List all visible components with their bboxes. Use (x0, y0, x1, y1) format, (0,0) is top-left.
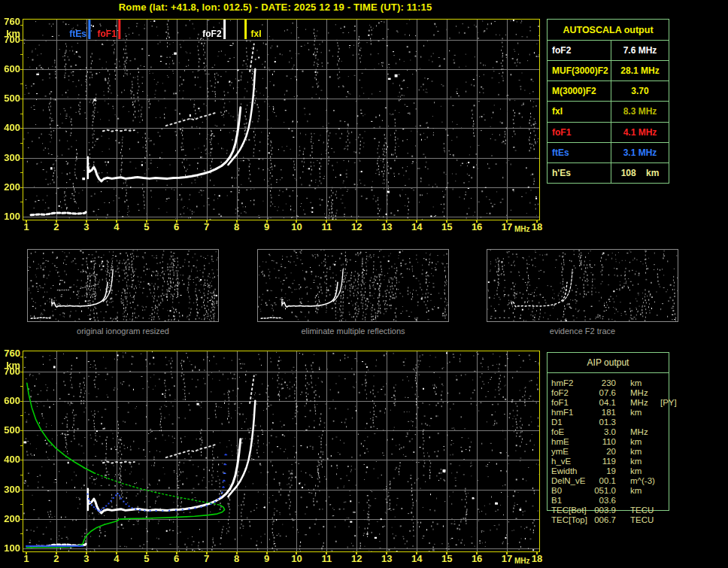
aip-row-B0: B0051.0km (547, 485, 669, 495)
y-axis-tickmark (20, 143, 23, 144)
y-axis-tickmark (20, 69, 23, 70)
y-axis-tickmark (20, 504, 23, 505)
y-axis-unit-label: km (0, 29, 20, 38)
x-tick-label: 8 (228, 222, 246, 232)
y-tick-label: 400 (0, 454, 20, 464)
autoscala-row-label: M(3000)F2 (548, 81, 611, 101)
autoscala-row-h'Es: h'Es108 km (548, 163, 669, 183)
y-tick-label: 760 (0, 348, 20, 358)
aip-unit: km (630, 447, 660, 456)
autoscala-row-label: MUF(3000)F2 (548, 61, 611, 80)
aip-label: TEC[Bot] (547, 506, 593, 515)
aip-value: 00.1 (593, 476, 616, 485)
x-axis-tickmark (326, 551, 327, 554)
x-tick-label: 17 (498, 222, 516, 232)
thumbnail-caption-original: original ionogram resized (27, 327, 219, 336)
autoscala-row-value: 4.1 MHz (611, 123, 669, 142)
autoscala-row-label: foF2 (548, 41, 611, 60)
x-axis-tickmark (56, 220, 57, 223)
y-tick-label: 200 (0, 182, 20, 192)
y-axis-tickmark (20, 187, 23, 188)
x-axis-tickmark (116, 220, 117, 223)
x-axis-tickmark (356, 220, 357, 223)
x-tick-label: 15 (438, 222, 456, 232)
autoscala-row-MUF(3000)F2: MUF(3000)F228.1 MHz (548, 60, 669, 80)
autoscala-row-value: 3.70 (611, 81, 669, 101)
x-tick-label: 6 (168, 222, 186, 232)
x-tick-label: 7 (198, 554, 216, 563)
autoscala-row-value: 8.3 MHz (611, 102, 669, 121)
aip-value: 07.6 (593, 388, 616, 397)
x-tick-label: 10 (287, 222, 305, 232)
aip-label: hmF2 (547, 378, 593, 387)
x-axis-tickmark (506, 220, 508, 223)
y-tick-label: 200 (0, 514, 20, 524)
x-axis-tickmark (206, 551, 208, 554)
x-tick-label: 5 (138, 222, 156, 232)
x-tick-label: 16 (468, 222, 486, 232)
autoscala-row-fxI: fxI8.3 MHz (548, 101, 669, 121)
aip-label: foE (547, 427, 593, 436)
x-tick-label: 10 (287, 554, 305, 563)
ionogram-canvas-top (23, 20, 539, 220)
aip-row-Ewidth: Ewidth19km (547, 466, 669, 475)
x-tick-label: 11 (317, 554, 335, 563)
y-axis-tickmark (20, 202, 23, 202)
x-tick-label: 14 (408, 222, 426, 232)
aip-unit: km (630, 408, 660, 417)
x-axis-unit-label: MHz (514, 225, 530, 233)
autoscala-row-value: 3.1 MHz (611, 143, 669, 163)
x-axis-tickmark (506, 551, 508, 554)
marker-label-foF2: foF2 (183, 29, 222, 39)
aip-value: 110 (593, 437, 616, 446)
x-tick-label: 4 (108, 222, 126, 232)
x-axis-tickmark (386, 551, 387, 554)
x-axis-tickmark (176, 220, 177, 223)
x-tick-label: 9 (258, 554, 276, 563)
x-tick-label: 2 (47, 554, 65, 563)
autoscala-row-label: foF1 (548, 123, 611, 142)
aip-value: 20 (593, 447, 616, 456)
x-axis-tickmark (266, 220, 268, 223)
y-axis-tickmark (20, 415, 23, 416)
aip-unit: km (630, 378, 660, 387)
x-tick-label: 15 (438, 554, 456, 563)
x-axis-tickmark (86, 220, 87, 223)
aip-row-foE: foE3.0MHz (547, 427, 669, 436)
aip-row-ymE: ymE20km (547, 446, 669, 456)
thumbnail-original-ionogram (27, 249, 219, 322)
aip-row-D1: D101.3 (547, 417, 669, 427)
x-tick-label: 12 (347, 554, 366, 563)
y-axis-tickmark (20, 386, 23, 387)
thumbnail-canvas-eliminate (258, 250, 448, 321)
y-axis-tickmark (20, 445, 23, 446)
marker-label-foF1: foF1 (77, 29, 117, 39)
autoscala-row-label: ftEs (548, 143, 611, 163)
marker-label-fxI: fxI (251, 29, 290, 39)
x-axis-tickmark (86, 551, 87, 554)
x-tick-label: 6 (168, 554, 186, 563)
y-tick-label: 600 (0, 64, 20, 74)
aip-label: Ewidth (547, 466, 593, 475)
aip-row-B1: B103.6 (547, 495, 669, 505)
aip-header: AIP output (548, 353, 669, 373)
aip-value: 051.0 (593, 486, 616, 495)
y-axis-tickmark (20, 372, 23, 372)
x-tick-label: 14 (408, 554, 426, 563)
aip-row-DelN_vE: DelN_vE00.1m^(-3) (547, 475, 669, 485)
aip-label: B1 (547, 496, 593, 505)
autoscala-row-label: fxI (548, 102, 611, 121)
aip-note: [PY] (660, 398, 677, 407)
x-axis-unit-label: MHz (514, 557, 530, 565)
y-axis-tickmark (20, 84, 23, 84)
x-tick-label: 3 (77, 554, 96, 563)
x-tick-label: 18 (528, 554, 546, 563)
x-axis-tickmark (266, 551, 268, 554)
aip-value: 3.0 (593, 427, 616, 436)
y-axis-tickmark (20, 54, 23, 55)
y-axis-tickmark (20, 40, 23, 41)
aip-unit: MHz (630, 427, 660, 436)
autoscala-table: AUTOSCALA output foF27.6 MHzMUF(3000)F22… (547, 19, 669, 184)
x-axis-tickmark (176, 551, 177, 554)
aip-value: 19 (593, 466, 616, 475)
